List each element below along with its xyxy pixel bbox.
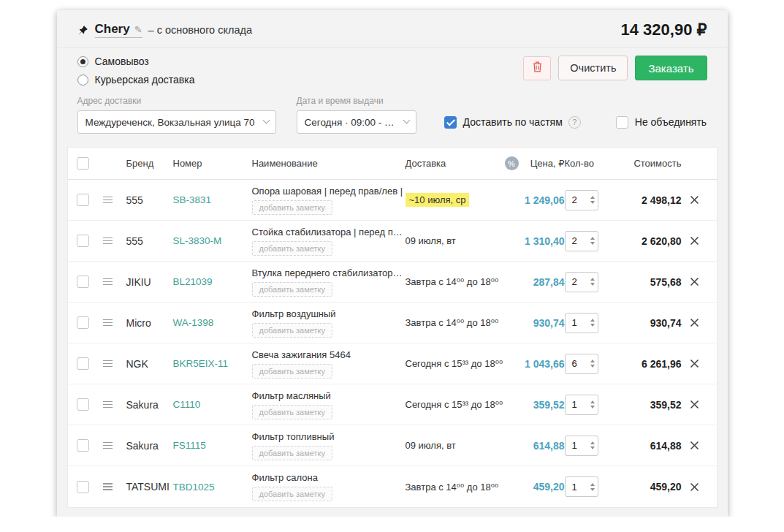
remove-row-icon[interactable] (690, 400, 699, 409)
drag-handle-icon[interactable] (103, 276, 113, 286)
part-number-link[interactable]: SL-3830-M (173, 235, 222, 246)
no-merge-checkbox[interactable]: Не объединять (616, 110, 707, 134)
qty-decrease-icon[interactable] (590, 488, 595, 491)
part-number-link[interactable]: TBD1025 (173, 482, 215, 493)
quantity-stepper[interactable]: 2 (565, 272, 598, 292)
radio-icon[interactable] (77, 75, 88, 86)
drag-handle-icon[interactable] (103, 235, 113, 246)
remove-row-icon[interactable] (690, 482, 699, 492)
qty-increase-icon[interactable] (590, 483, 595, 486)
row-total: 614,88 (619, 440, 682, 452)
chevron-down-icon (262, 117, 270, 124)
delivery-text: Сегодня с 15³³ до 18⁰⁰ (406, 358, 503, 369)
add-note-button[interactable]: добавить заметку (252, 241, 332, 256)
drag-handle-icon[interactable] (103, 317, 113, 327)
qty-decrease-icon[interactable] (590, 406, 595, 408)
qty-decrease-icon[interactable] (590, 242, 595, 245)
add-note-button[interactable]: добавить заметку (252, 200, 332, 215)
delete-selected-button[interactable] (523, 56, 551, 80)
drag-handle-icon[interactable] (103, 440, 113, 450)
brand-text: 555 (126, 194, 143, 206)
datetime-field: Дата и время выдачи Сегодня · 09:00 - 18… (297, 96, 416, 134)
help-icon[interactable] (568, 116, 581, 129)
checkbox-icon[interactable] (616, 116, 628, 129)
qty-increase-icon[interactable] (590, 441, 595, 444)
qty-decrease-icon[interactable] (590, 324, 595, 327)
cart-table-body: 555 SB-3831 Опора шаровая | перед прав/л… (68, 180, 717, 507)
remove-row-icon[interactable] (690, 318, 699, 327)
add-note-button[interactable]: добавить заметку (252, 487, 332, 501)
row-checkbox[interactable] (77, 481, 89, 493)
add-note-button[interactable]: добавить заметку (252, 282, 332, 297)
row-checkbox[interactable] (77, 194, 89, 206)
cart-subtitle: – с основного склада (148, 24, 252, 36)
delivery-option-pickup[interactable]: Самовывоз (77, 56, 195, 67)
add-note-button[interactable]: добавить заметку (252, 405, 332, 419)
table-row: Micro WA-1398 Фильтр воздушный добавить … (68, 303, 717, 343)
qty-increase-icon[interactable] (590, 196, 595, 199)
part-number-link[interactable]: FS1115 (173, 440, 206, 451)
delivery-option-courier[interactable]: Курьерская доставка (77, 74, 195, 86)
quantity-stepper[interactable]: 1 (565, 436, 598, 456)
drag-handle-icon[interactable] (103, 194, 113, 205)
radio-icon[interactable] (77, 56, 88, 67)
quantity-stepper[interactable]: 1 (565, 476, 598, 497)
delivery-text: Завтра с 14⁰⁰ до 18⁰⁰ (406, 317, 499, 328)
qty-increase-icon[interactable] (590, 400, 595, 403)
remove-row-icon[interactable] (690, 441, 699, 450)
item-name: Втулка переднего стабилизатора ... (252, 267, 406, 278)
row-checkbox[interactable] (77, 398, 89, 411)
quantity-stepper[interactable]: 1 (565, 395, 598, 415)
qty-decrease-icon[interactable] (590, 201, 595, 204)
part-number-link[interactable]: BL21039 (173, 276, 213, 287)
drag-handle-icon[interactable] (103, 482, 113, 492)
drag-handle-icon[interactable] (103, 358, 113, 368)
part-number-link[interactable]: SB-3831 (173, 194, 212, 205)
quantity-stepper[interactable]: 2 (565, 190, 598, 210)
qty-increase-icon[interactable] (590, 360, 595, 362)
part-number-link[interactable]: BKR5EIX-11 (173, 358, 229, 369)
row-checkbox[interactable] (77, 357, 89, 370)
qty-increase-icon[interactable] (590, 237, 595, 240)
quantity-value: 1 (572, 399, 590, 410)
split-parts-checkbox[interactable]: Доставить по частям (444, 110, 581, 134)
add-note-button[interactable]: добавить заметку (252, 364, 332, 379)
select-all-checkbox[interactable] (77, 157, 89, 170)
qty-increase-icon[interactable] (590, 278, 595, 281)
options-row: Самовывоз Курьерская доставка Очистить З… (57, 48, 728, 88)
part-number-link[interactable]: WA-1398 (173, 317, 214, 328)
row-checkbox[interactable] (77, 235, 89, 247)
qty-decrease-icon[interactable] (590, 446, 595, 449)
clear-button[interactable]: Очистить (558, 56, 628, 80)
part-number-link[interactable]: C1110 (173, 399, 201, 410)
add-note-button[interactable]: добавить заметку (252, 323, 332, 338)
order-button[interactable]: Заказать (635, 56, 707, 80)
item-name: Фильтр масляный (252, 390, 331, 401)
percent-icon[interactable]: % (505, 156, 519, 170)
quantity-stepper[interactable]: 6 (565, 354, 598, 374)
pin-icon (77, 25, 88, 36)
cart-title: Chery (95, 22, 130, 37)
cart-title-edit[interactable]: Chery (95, 22, 142, 38)
edit-pencil-icon[interactable] (134, 24, 142, 35)
remove-row-icon[interactable] (690, 236, 699, 246)
qty-increase-icon[interactable] (590, 319, 595, 322)
qty-decrease-icon[interactable] (590, 283, 595, 286)
row-checkbox[interactable] (77, 276, 89, 288)
cart-card: Chery – с основного склада 14 320,90 ₽ С… (57, 10, 728, 517)
quantity-stepper[interactable]: 2 (565, 231, 598, 251)
remove-row-icon[interactable] (690, 359, 699, 368)
checkbox-icon[interactable] (444, 116, 457, 129)
row-checkbox[interactable] (77, 439, 89, 452)
price-value: 1 043,66 (525, 358, 565, 370)
qty-decrease-icon[interactable] (590, 365, 595, 368)
quantity-stepper[interactable]: 1 (565, 313, 598, 333)
add-note-button[interactable]: добавить заметку (252, 446, 332, 460)
row-checkbox[interactable] (77, 316, 89, 329)
drag-handle-icon[interactable] (103, 399, 113, 409)
item-name: Фильтр топливный (252, 431, 335, 442)
remove-row-icon[interactable] (690, 195, 699, 205)
address-select[interactable]: Междуреченск, Вокзальная улица 70 (77, 110, 276, 134)
datetime-select[interactable]: Сегодня · 09:00 - 18:00 (297, 110, 416, 134)
remove-row-icon[interactable] (690, 277, 699, 286)
